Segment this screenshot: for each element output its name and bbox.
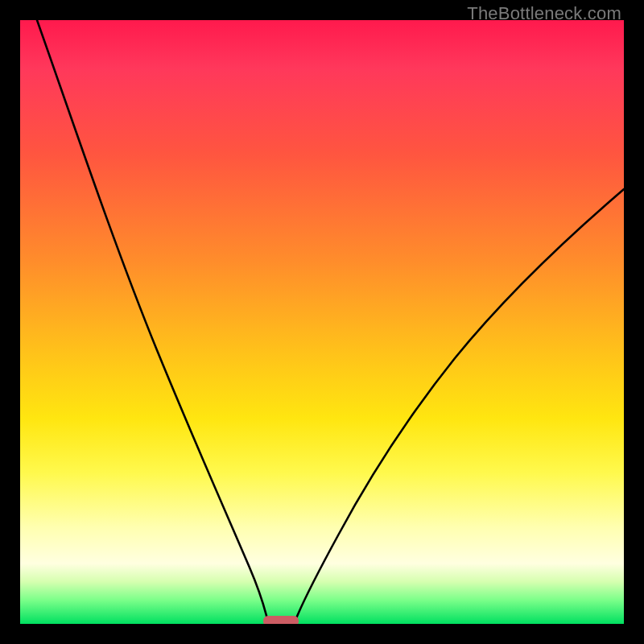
watermark-text: TheBottleneck.com	[467, 3, 621, 24]
chart-plot-area	[20, 20, 624, 624]
chart-frame: TheBottleneck.com	[0, 0, 644, 644]
right-curve	[295, 189, 624, 622]
left-curve	[37, 20, 268, 622]
bottom-pill-marker	[263, 616, 299, 624]
chart-svg	[20, 20, 624, 624]
